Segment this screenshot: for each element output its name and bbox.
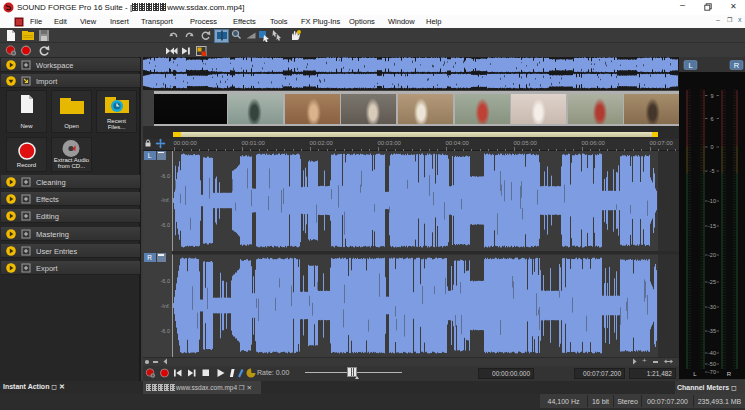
svg-text:9: 9	[710, 93, 713, 99]
svg-text:-30: -30	[708, 304, 716, 310]
svg-text:0: 0	[710, 144, 713, 150]
svg-text:-15: -15	[708, 223, 716, 229]
svg-text:L: L	[688, 61, 692, 70]
svg-text:R: R	[727, 371, 732, 377]
svg-text:-40: -40	[708, 350, 716, 356]
svg-text:-5: -5	[710, 168, 715, 174]
svg-text:R: R	[734, 61, 740, 70]
svg-text:-20: -20	[708, 252, 716, 258]
svg-text:-25: -25	[708, 279, 716, 285]
svg-text:-50: -50	[708, 361, 716, 367]
svg-text:6: 6	[710, 116, 713, 122]
svg-text:-70: -70	[708, 369, 716, 375]
svg-text:-35: -35	[708, 328, 716, 334]
svg-text:-10: -10	[708, 198, 716, 204]
